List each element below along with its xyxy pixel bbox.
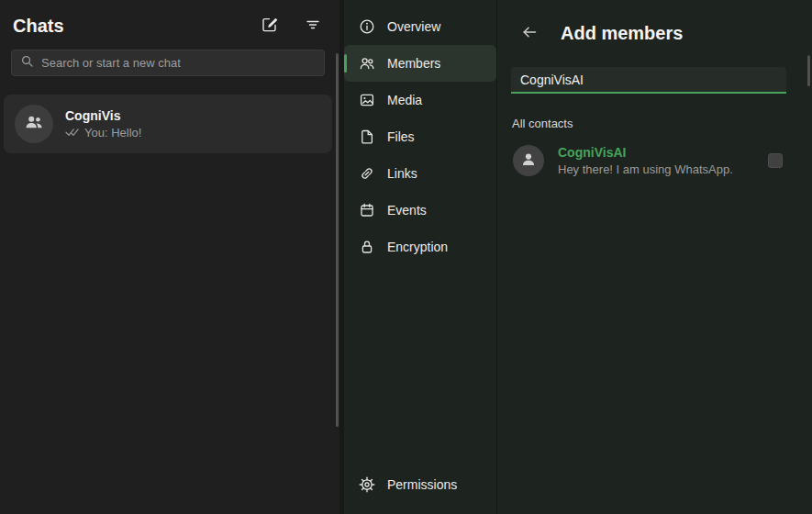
media-icon: [359, 92, 375, 108]
member-search-field: [511, 67, 786, 94]
add-members-title: Add members: [561, 23, 683, 44]
nav-label: Links: [387, 166, 417, 181]
nav-label: Encryption: [387, 240, 448, 254]
chat-preview-text: You: Hello!: [84, 126, 141, 140]
nav-item-overview[interactable]: Overview: [344, 8, 496, 45]
nav-item-files[interactable]: Files: [344, 118, 496, 155]
contact-avatar: [513, 145, 544, 176]
filter-icon: [305, 17, 321, 36]
chat-name: CogniVis: [65, 108, 141, 123]
contact-row[interactable]: CogniVisAI Hey there! I am using WhatsAp…: [511, 140, 801, 181]
link-icon: [359, 165, 375, 182]
person-icon: [518, 149, 539, 173]
filter-chats-button[interactable]: [303, 15, 323, 38]
chats-panel: Chats: [0, 0, 339, 514]
chat-list-item[interactable]: CogniVis You: Hello!: [4, 95, 332, 153]
chat-texts: CogniVis You: Hello!: [65, 108, 141, 140]
back-button[interactable]: [519, 22, 539, 45]
chat-list: CogniVis You: Hello!: [0, 95, 339, 153]
contact-status: Hey there! I am using WhatsApp.: [558, 162, 733, 176]
nav-label: Permissions: [387, 477, 457, 492]
search-icon: [20, 54, 34, 72]
nav-item-media[interactable]: Media: [344, 82, 496, 118]
nav-label: Media: [387, 93, 422, 107]
group-info-nav: Overview Members Media: [344, 0, 497, 514]
nav-label: Overview: [387, 19, 440, 34]
contact-texts: CogniVisAI Hey there! I am using WhatsAp…: [558, 145, 733, 176]
whatsapp-window: Chats: [0, 0, 812, 514]
new-chat-button[interactable]: [259, 14, 281, 39]
chats-header: Chats: [0, 0, 339, 46]
contact-name: CogniVisAI: [558, 145, 733, 160]
add-members-header: Add members: [497, 0, 812, 45]
double-check-icon: [65, 126, 80, 140]
nav-item-events[interactable]: Events: [344, 192, 496, 229]
contact-checkbox[interactable]: [768, 153, 783, 168]
group-avatar: [15, 105, 53, 143]
nav-label: Members: [387, 56, 440, 71]
gear-icon: [359, 476, 375, 493]
calendar-icon: [359, 202, 375, 218]
nav-label: Files: [387, 129, 415, 144]
info-icon: [359, 18, 375, 35]
add-members-scrollbar[interactable]: [807, 55, 810, 86]
nav-item-links[interactable]: Links: [344, 155, 496, 192]
nav-item-encryption[interactable]: Encryption: [344, 229, 496, 265]
compose-icon: [261, 16, 279, 37]
member-search-input[interactable]: [511, 67, 786, 92]
chats-search-input[interactable]: [41, 56, 316, 70]
lock-icon: [359, 239, 375, 255]
chat-preview: You: Hello!: [65, 126, 141, 140]
add-members-panel: Add members All contacts CogniVisAI Hey …: [497, 0, 812, 514]
nav-item-permissions[interactable]: Permissions: [344, 466, 496, 503]
group-icon: [23, 111, 45, 137]
chats-title: Chats: [13, 16, 259, 37]
nav-label: Events: [387, 203, 427, 218]
nav-item-members[interactable]: Members: [344, 45, 496, 82]
chats-search-bar: [11, 50, 325, 76]
back-arrow-icon: [521, 24, 538, 43]
file-icon: [359, 128, 375, 145]
nav-spacer: [344, 265, 496, 466]
members-icon: [359, 55, 375, 72]
all-contacts-label: All contacts: [512, 117, 812, 130]
chats-scrollbar[interactable]: [336, 53, 339, 427]
